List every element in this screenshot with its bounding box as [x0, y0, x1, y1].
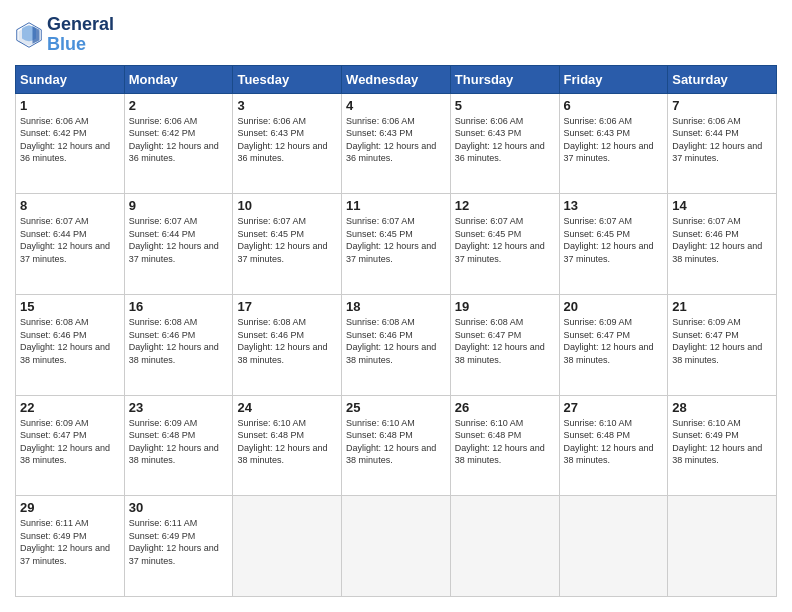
calendar-cell: 12Sunrise: 6:07 AMSunset: 6:45 PMDayligh… — [450, 194, 559, 295]
col-saturday: Saturday — [668, 65, 777, 93]
calendar-cell: 25Sunrise: 6:10 AMSunset: 6:48 PMDayligh… — [342, 395, 451, 496]
calendar-cell: 19Sunrise: 6:08 AMSunset: 6:47 PMDayligh… — [450, 294, 559, 395]
calendar-cell — [233, 496, 342, 597]
general-blue-logo-icon — [15, 21, 43, 49]
calendar-cell: 3Sunrise: 6:06 AMSunset: 6:43 PMDaylight… — [233, 93, 342, 194]
col-sunday: Sunday — [16, 65, 125, 93]
calendar-cell: 17Sunrise: 6:08 AMSunset: 6:46 PMDayligh… — [233, 294, 342, 395]
calendar-cell: 5Sunrise: 6:06 AMSunset: 6:43 PMDaylight… — [450, 93, 559, 194]
calendar-cell — [559, 496, 668, 597]
calendar-table: Sunday Monday Tuesday Wednesday Thursday… — [15, 65, 777, 597]
calendar-cell — [668, 496, 777, 597]
week-row-3: 15Sunrise: 6:08 AMSunset: 6:46 PMDayligh… — [16, 294, 777, 395]
col-friday: Friday — [559, 65, 668, 93]
calendar-cell: 27Sunrise: 6:10 AMSunset: 6:48 PMDayligh… — [559, 395, 668, 496]
calendar-cell: 4Sunrise: 6:06 AMSunset: 6:43 PMDaylight… — [342, 93, 451, 194]
logo-text: GeneralBlue — [47, 15, 114, 55]
calendar-cell: 15Sunrise: 6:08 AMSunset: 6:46 PMDayligh… — [16, 294, 125, 395]
calendar-cell: 13Sunrise: 6:07 AMSunset: 6:45 PMDayligh… — [559, 194, 668, 295]
week-row-4: 22Sunrise: 6:09 AMSunset: 6:47 PMDayligh… — [16, 395, 777, 496]
header: GeneralBlue — [15, 15, 777, 55]
calendar-header-row: Sunday Monday Tuesday Wednesday Thursday… — [16, 65, 777, 93]
col-tuesday: Tuesday — [233, 65, 342, 93]
calendar-cell: 1Sunrise: 6:06 AMSunset: 6:42 PMDaylight… — [16, 93, 125, 194]
calendar-cell: 10Sunrise: 6:07 AMSunset: 6:45 PMDayligh… — [233, 194, 342, 295]
col-monday: Monday — [124, 65, 233, 93]
week-row-1: 1Sunrise: 6:06 AMSunset: 6:42 PMDaylight… — [16, 93, 777, 194]
calendar-cell: 7Sunrise: 6:06 AMSunset: 6:44 PMDaylight… — [668, 93, 777, 194]
calendar-cell: 29Sunrise: 6:11 AMSunset: 6:49 PMDayligh… — [16, 496, 125, 597]
calendar-cell: 22Sunrise: 6:09 AMSunset: 6:47 PMDayligh… — [16, 395, 125, 496]
calendar-cell — [342, 496, 451, 597]
calendar-cell: 6Sunrise: 6:06 AMSunset: 6:43 PMDaylight… — [559, 93, 668, 194]
calendar-cell: 28Sunrise: 6:10 AMSunset: 6:49 PMDayligh… — [668, 395, 777, 496]
calendar-cell: 21Sunrise: 6:09 AMSunset: 6:47 PMDayligh… — [668, 294, 777, 395]
calendar-cell: 11Sunrise: 6:07 AMSunset: 6:45 PMDayligh… — [342, 194, 451, 295]
calendar-cell: 26Sunrise: 6:10 AMSunset: 6:48 PMDayligh… — [450, 395, 559, 496]
calendar-cell — [450, 496, 559, 597]
calendar-cell: 20Sunrise: 6:09 AMSunset: 6:47 PMDayligh… — [559, 294, 668, 395]
calendar-cell: 24Sunrise: 6:10 AMSunset: 6:48 PMDayligh… — [233, 395, 342, 496]
calendar-cell: 8Sunrise: 6:07 AMSunset: 6:44 PMDaylight… — [16, 194, 125, 295]
calendar-cell: 2Sunrise: 6:06 AMSunset: 6:42 PMDaylight… — [124, 93, 233, 194]
logo: GeneralBlue — [15, 15, 114, 55]
week-row-2: 8Sunrise: 6:07 AMSunset: 6:44 PMDaylight… — [16, 194, 777, 295]
calendar-cell: 23Sunrise: 6:09 AMSunset: 6:48 PMDayligh… — [124, 395, 233, 496]
calendar-cell: 30Sunrise: 6:11 AMSunset: 6:49 PMDayligh… — [124, 496, 233, 597]
calendar-cell: 14Sunrise: 6:07 AMSunset: 6:46 PMDayligh… — [668, 194, 777, 295]
page: GeneralBlue Sunday Monday Tuesday Wednes… — [0, 0, 792, 612]
calendar-cell: 18Sunrise: 6:08 AMSunset: 6:46 PMDayligh… — [342, 294, 451, 395]
col-thursday: Thursday — [450, 65, 559, 93]
col-wednesday: Wednesday — [342, 65, 451, 93]
week-row-5: 29Sunrise: 6:11 AMSunset: 6:49 PMDayligh… — [16, 496, 777, 597]
calendar-cell: 9Sunrise: 6:07 AMSunset: 6:44 PMDaylight… — [124, 194, 233, 295]
calendar-cell: 16Sunrise: 6:08 AMSunset: 6:46 PMDayligh… — [124, 294, 233, 395]
